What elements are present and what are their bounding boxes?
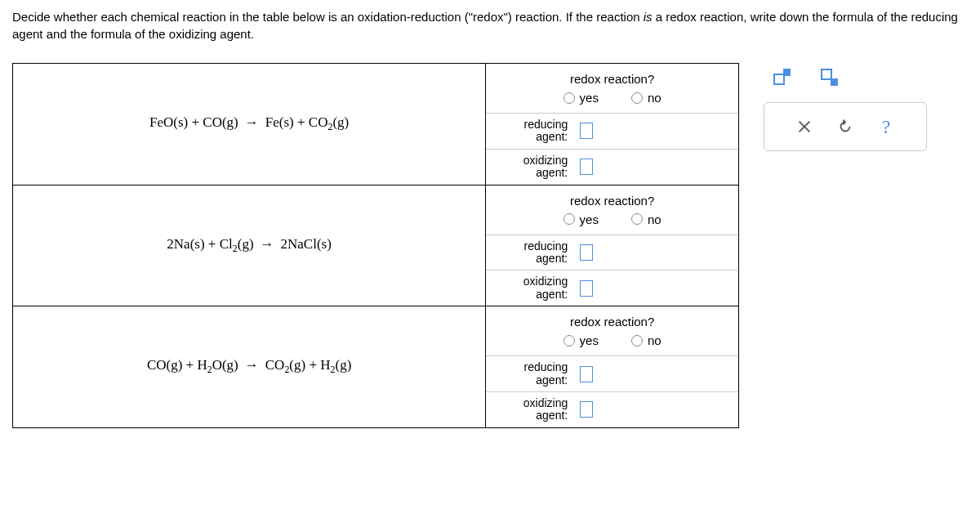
arrow-icon: →: [245, 357, 259, 373]
oxidizing-agent-label: oxidizing agent:: [494, 275, 568, 301]
instr-part1: Decide whether each chemical reaction in…: [12, 10, 644, 24]
radio-circle-icon: [564, 92, 575, 104]
question-mark-icon: ?: [882, 116, 891, 137]
reducing-agent-label: reducing agent:: [494, 240, 568, 266]
arrow-icon: →: [261, 236, 274, 252]
radio-circle-icon: [631, 213, 643, 225]
reducing-agent-label: reducing agent:: [494, 361, 568, 387]
redox-question-label: redox reaction?: [570, 194, 654, 208]
radio-yes[interactable]: yes: [564, 333, 599, 347]
oxidizing-agent-label: oxidizing agent:: [494, 397, 568, 422]
radio-circle-icon: [564, 213, 575, 225]
radio-group: yes no: [494, 91, 730, 105]
oxidizing-agent-row: oxidizing agent:: [486, 270, 738, 306]
redox-question: redox reaction? yes no: [486, 306, 738, 356]
table-row: 2Na(s) + Cl2(g)→2NaCl(s) redox reaction?…: [13, 185, 739, 306]
window-mode-icons: [764, 67, 927, 90]
instructions-text: Decide whether each chemical reaction in…: [12, 8, 968, 42]
oxidizing-agent-label: oxidizing agent:: [494, 154, 568, 180]
reducing-agent-row: reducing agent:: [486, 356, 738, 392]
shrink-window-icon[interactable]: [819, 67, 842, 90]
radio-circle-icon: [631, 92, 643, 104]
x-icon: [795, 118, 813, 136]
radio-no-label: no: [648, 212, 662, 226]
reducing-agent-label: reducing agent:: [494, 118, 568, 144]
undo-icon: [836, 118, 854, 136]
oxidizing-agent-input[interactable]: [580, 159, 593, 175]
radio-no[interactable]: no: [631, 212, 662, 226]
answer-cell-1: redox reaction? yes no: [486, 64, 739, 186]
redox-question-label: redox reaction?: [570, 72, 654, 86]
reducing-agent-row: reducing agent:: [486, 114, 738, 150]
radio-group: yes no: [494, 333, 730, 347]
radio-circle-icon: [631, 335, 643, 346]
radio-yes-label: yes: [580, 333, 599, 347]
answer-cell-3: redox reaction? yes no: [486, 306, 739, 428]
reducing-agent-input[interactable]: [580, 123, 593, 139]
close-button[interactable]: [795, 118, 813, 136]
oxidizing-agent-row: oxidizing agent:: [486, 150, 738, 185]
reaction-equation-2: 2Na(s) + Cl2(g)→2NaCl(s): [13, 185, 486, 306]
reducing-agent-input[interactable]: [580, 244, 593, 261]
redox-question: redox reaction? yes no: [486, 64, 738, 114]
radio-group: yes no: [494, 212, 730, 226]
oxidizing-agent-row: oxidizing agent:: [486, 392, 738, 427]
table-row: FeO(s) + CO(g)→Fe(s) + CO2(g) redox reac…: [13, 64, 739, 186]
reset-button[interactable]: [836, 118, 854, 136]
expand-window-icon[interactable]: [772, 67, 795, 90]
radio-no-label: no: [648, 91, 662, 105]
reducing-agent-row: reducing agent:: [486, 235, 738, 271]
main-area: FeO(s) + CO(g)→Fe(s) + CO2(g) redox reac…: [12, 63, 968, 428]
radio-no-label: no: [648, 333, 662, 347]
help-button[interactable]: ?: [877, 118, 895, 136]
side-panel: ?: [764, 67, 927, 151]
table-row: CO(g) + H2O(g)→CO2(g) + H2(g) redox reac…: [13, 306, 739, 428]
radio-no[interactable]: no: [631, 333, 662, 347]
radio-yes-label: yes: [580, 91, 599, 105]
radio-yes-label: yes: [580, 212, 599, 226]
radio-no[interactable]: no: [631, 91, 662, 105]
reaction-table: FeO(s) + CO(g)→Fe(s) + CO2(g) redox reac…: [12, 63, 739, 428]
action-button-panel: ?: [764, 102, 927, 151]
radio-yes[interactable]: yes: [564, 212, 599, 226]
oxidizing-agent-input[interactable]: [580, 280, 593, 297]
redox-question-label: redox reaction?: [570, 315, 654, 329]
radio-circle-icon: [564, 335, 575, 346]
answer-cell-2: redox reaction? yes no: [486, 185, 739, 306]
reaction-equation-3: CO(g) + H2O(g)→CO2(g) + H2(g): [13, 306, 486, 428]
radio-yes[interactable]: yes: [564, 91, 599, 105]
oxidizing-agent-input[interactable]: [580, 401, 593, 418]
reducing-agent-input[interactable]: [580, 366, 593, 382]
reaction-equation-1: FeO(s) + CO(g)→Fe(s) + CO2(g): [13, 64, 486, 186]
arrow-icon: →: [245, 114, 259, 130]
instr-em: is: [644, 10, 653, 24]
redox-question: redox reaction? yes no: [486, 186, 738, 235]
